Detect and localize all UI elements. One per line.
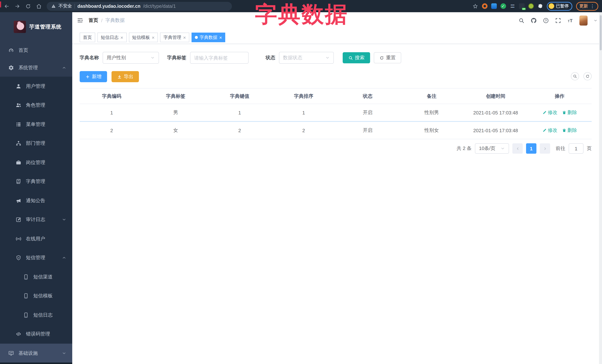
tab-dict-manage[interactable]: 字典管理 × [160, 32, 189, 42]
cell-status: 开启 [336, 127, 400, 134]
sidebar-item-label: 审计日志 [26, 216, 45, 223]
back-icon[interactable] [4, 3, 10, 9]
search-icon [348, 55, 353, 60]
cell-tag: 女 [144, 127, 208, 134]
scrollbar-thumb[interactable] [600, 15, 602, 50]
extension-puzzle-icon[interactable] [537, 3, 543, 9]
phone-icon [23, 293, 29, 299]
tab-sms-log[interactable]: 短信日志 × [97, 32, 127, 42]
chevron-right-icon [543, 146, 547, 151]
sidebar-item-label: 短信管理 [26, 254, 45, 261]
status-select[interactable]: 数据状态 [279, 52, 334, 64]
extension-icon-6[interactable] [528, 3, 534, 9]
page-size-select[interactable]: 10条/页 [475, 143, 509, 154]
caret-down-icon[interactable] [593, 18, 598, 22]
prev-page-button[interactable] [512, 143, 523, 154]
current-page-button[interactable]: 1 [526, 143, 537, 154]
tab-label: 字典数据 [200, 34, 217, 41]
edit-link[interactable]: 修改 [542, 109, 557, 116]
browser-menu-icon[interactable] [590, 3, 595, 9]
sidebar-item-label: 岗位管理 [26, 159, 45, 166]
sidebar-item-label: 短信模板 [33, 292, 53, 299]
tab-dict-data[interactable]: 字典数据 × [192, 32, 226, 42]
update-button[interactable]: 更新 [576, 2, 598, 10]
close-icon[interactable]: × [120, 35, 123, 40]
github-icon[interactable] [530, 17, 537, 23]
reset-button[interactable]: 重置 [374, 52, 401, 63]
home-icon[interactable] [36, 3, 42, 9]
toggle-search-button[interactable] [571, 72, 579, 80]
sidebar-item-notice[interactable]: 通知公告 [0, 191, 72, 210]
cell-code: 2 [80, 128, 144, 133]
sidebar-item-sms-log[interactable]: 短信日志 [0, 305, 72, 324]
sidebar-item-label: 错误码管理 [26, 331, 50, 337]
app-title: 芋道管理系统 [29, 24, 62, 30]
close-icon[interactable]: × [152, 35, 154, 40]
refresh-table-button[interactable] [583, 72, 592, 80]
tab-sms-template[interactable]: 短信模板 × [129, 32, 158, 42]
font-size-icon[interactable] [567, 17, 573, 23]
search-form: 字典名称 用户性别 字典标签 状态 数据状态 搜索 [80, 52, 401, 64]
sidebar-item-home[interactable]: 首页 [0, 42, 72, 59]
edit-link[interactable]: 修改 [542, 127, 557, 134]
close-icon[interactable]: × [219, 35, 222, 40]
phone-icon [23, 274, 29, 280]
extension-icon-1[interactable] [482, 3, 487, 9]
sidebar-item-sms[interactable]: 短信管理 [0, 248, 72, 267]
delete-link[interactable]: 删除 [562, 109, 577, 116]
reload-icon[interactable] [25, 3, 31, 9]
delete-link[interactable]: 删除 [562, 127, 577, 134]
url-host: dashboard.yudao.iocoder.cn [77, 3, 140, 9]
sidebar-logo[interactable]: 芋道管理系统 [0, 12, 72, 42]
sidebar-item-sms-channel[interactable]: 短信渠道 [0, 267, 72, 286]
cell-value: 2 [208, 128, 272, 133]
search-button[interactable]: 搜索 [343, 52, 370, 63]
chevron-up-icon [62, 256, 66, 260]
app-header: 首页 / 字典数据 [72, 12, 602, 29]
forward-icon[interactable] [14, 3, 20, 9]
add-button[interactable]: 新增 [80, 71, 107, 82]
sidebar-item-posts[interactable]: 岗位管理 [0, 153, 72, 172]
sidebar-item-system[interactable]: 系统管理 [0, 59, 72, 76]
sidebar-item-roles[interactable]: 角色管理 [0, 96, 72, 115]
tab-home[interactable]: 首页 [80, 32, 95, 42]
sidebar-item-audit-log[interactable]: 审计日志 [0, 210, 72, 229]
sidebar-item-dict[interactable]: 字典管理 [0, 172, 72, 191]
next-page-button[interactable] [540, 143, 550, 154]
extension-icon-2[interactable] [491, 3, 497, 9]
dict-tag-input[interactable] [190, 52, 248, 64]
dict-tag-label: 字典标签 [167, 54, 186, 61]
extension-icon-5[interactable]: on [519, 3, 524, 9]
address-bar[interactable]: 不安全 dashboard.yudao.iocoder.cn/dict/type… [47, 2, 232, 10]
delete-label: 删除 [567, 127, 577, 134]
extension-icon-3[interactable]: ✓ [500, 3, 506, 9]
extension-icon-4[interactable] [510, 3, 515, 9]
breadcrumb-home[interactable]: 首页 [88, 17, 98, 24]
dict-name-select[interactable]: 用户性别 [103, 52, 159, 64]
sidebar-item-users[interactable]: 用户管理 [0, 77, 72, 96]
sidebar-item-infra[interactable]: 基础设施 [0, 344, 72, 363]
not-secure-icon[interactable] [51, 4, 56, 9]
search-icon[interactable] [518, 17, 525, 23]
close-icon[interactable]: × [183, 35, 186, 40]
tags-view-bar: 首页 短信日志 × 短信模板 × 字典管理 × 字典数据 × [72, 29, 602, 44]
app-window: 芋道管理系统 首页 系统管理 用户管理 角色管理 [0, 12, 602, 364]
tab-label: 首页 [83, 34, 92, 41]
delete-label: 删除 [567, 109, 577, 116]
profile-paused-badge[interactable]: 已暂停 [547, 2, 572, 10]
help-icon[interactable] [543, 17, 549, 23]
scrollbar[interactable] [599, 12, 602, 364]
user-avatar[interactable] [580, 15, 588, 25]
cell-sort: 2 [272, 128, 336, 133]
sidebar-item-online-users[interactable]: 在线用户 [0, 229, 72, 248]
hamburger-icon[interactable] [77, 17, 83, 24]
cell-sort: 1 [272, 110, 336, 115]
sidebar-item-menus[interactable]: 菜单管理 [0, 115, 72, 134]
fullscreen-icon[interactable] [555, 17, 561, 23]
sidebar-item-sms-template[interactable]: 短信模板 [0, 286, 72, 305]
export-button[interactable]: 导出 [111, 71, 139, 82]
goto-page-input[interactable] [569, 143, 583, 154]
sidebar-item-departments[interactable]: 部门管理 [0, 134, 72, 153]
bookmark-star-icon[interactable] [472, 3, 478, 9]
sidebar-item-error-code[interactable]: 错误码管理 [0, 324, 72, 344]
